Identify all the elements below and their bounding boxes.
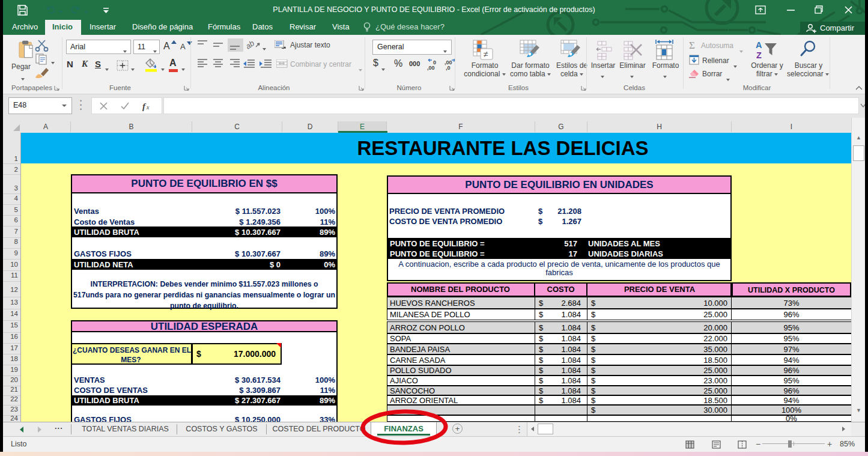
svg-text:x: x bbox=[146, 104, 150, 111]
svg-text:,0: ,0 bbox=[446, 65, 451, 71]
svg-text:A: A bbox=[756, 40, 762, 50]
svg-text:f: f bbox=[142, 102, 147, 111]
svg-text:ab: ab bbox=[247, 38, 256, 50]
svg-text:Z: Z bbox=[756, 50, 762, 60]
svg-text:≠: ≠ bbox=[484, 49, 488, 59]
svg-text:,00: ,00 bbox=[427, 65, 435, 71]
